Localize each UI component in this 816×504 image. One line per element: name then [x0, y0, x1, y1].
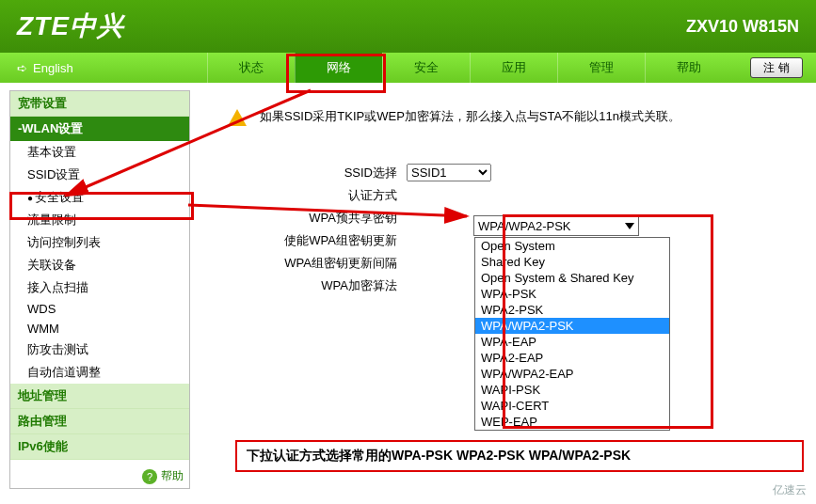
help-label: 帮助 [161, 468, 184, 484]
language-label: English [33, 61, 73, 75]
nav-row: ➪ English 状态 网络 安全 应用 管理 帮助 注 销 [0, 53, 816, 83]
cat-ipv6[interactable]: IPv6使能 [10, 434, 189, 460]
logout-button[interactable]: 注 销 [750, 57, 803, 78]
item-ssid[interactable]: SSID设置 [10, 164, 189, 186]
opt-wpaeap[interactable]: WPA-EAP [475, 334, 669, 350]
language-switch[interactable]: ➪ English [0, 53, 207, 83]
opt-wpawpa2psk[interactable]: WPA/WPA2-PSK [475, 318, 669, 334]
opt-shared[interactable]: Shared Key [475, 254, 669, 270]
question-icon: ? [142, 469, 157, 484]
item-wmm[interactable]: WMM [10, 319, 189, 339]
model-text: ZXV10 W815N [686, 17, 799, 37]
auth-select[interactable]: WPA/WPA2-PSK [473, 215, 639, 236]
warning-icon [228, 109, 247, 126]
cat-address[interactable]: 地址管理 [10, 384, 189, 409]
opt-wpapsk[interactable]: WPA-PSK [475, 286, 669, 302]
tab-app[interactable]: 应用 [470, 53, 557, 83]
opt-wpa2eap[interactable]: WPA2-EAP [475, 350, 669, 366]
label-renew: 使能WPA组密钥更新 [228, 232, 397, 249]
opt-open[interactable]: Open System [475, 238, 669, 254]
label-auth: 认证方式 [228, 187, 397, 204]
item-acl[interactable]: 访问控制列表 [10, 231, 189, 254]
tab-security[interactable]: 安全 [382, 53, 470, 83]
tab-manage[interactable]: 管理 [557, 53, 645, 83]
tab-help[interactable]: 帮助 [645, 53, 732, 83]
content: 如果SSID采用TKIP或WEP加密算法，那么接入点与STA不能以11n模式关联… [190, 90, 807, 489]
tab-network[interactable]: 网络 [295, 53, 382, 83]
chevron-down-icon [625, 223, 634, 229]
opt-wapicert[interactable]: WAPI-CERT [475, 398, 669, 414]
alert-text: 如果SSID采用TKIP或WEP加密算法，那么接入点与STA不能以11n模式关联… [260, 107, 680, 126]
auth-value: WPA/WPA2-PSK [478, 219, 570, 233]
auth-dropdown[interactable]: Open System Shared Key Open System & Sha… [474, 237, 670, 431]
header: ZTE中兴 ZXV10 W815N [0, 0, 816, 53]
item-scan[interactable]: 接入点扫描 [10, 276, 189, 299]
item-channel[interactable]: 自动信道调整 [10, 361, 189, 384]
opt-wpa2psk[interactable]: WPA2-PSK [475, 302, 669, 318]
item-assoc[interactable]: 关联设备 [10, 254, 189, 276]
sidebar: 宽带设置 -WLAN设置 基本设置 SSID设置 安全设置 流量限制 访问控制列… [9, 90, 190, 489]
item-traffic[interactable]: 流量限制 [10, 209, 189, 231]
item-security[interactable]: 安全设置 [10, 186, 189, 209]
help-link[interactable]: ? 帮助 [142, 468, 184, 484]
watermark: 亿速云 [767, 480, 812, 500]
opt-wapipsk[interactable]: WAPI-PSK [475, 382, 669, 398]
cat-route[interactable]: 路由管理 [10, 409, 189, 434]
logout-area: 注 销 [750, 53, 816, 83]
annotation-note: 下拉认证方式选择常用的WPA-PSK WPA2-PSK WPA/WPA2-PSK [235, 440, 804, 472]
logo: ZTE中兴 [17, 8, 124, 44]
cat-broadband[interactable]: 宽带设置 [10, 91, 189, 117]
item-attack[interactable]: 防攻击测试 [10, 339, 189, 361]
label-ssid: SSID选择 [228, 165, 397, 181]
alert: 如果SSID采用TKIP或WEP加密算法，那么接入点与STA不能以11n模式关联… [228, 107, 797, 126]
sub-wlan[interactable]: -WLAN设置 [10, 117, 189, 141]
opt-wepeap[interactable]: WEP-EAP [475, 414, 669, 430]
label-psk: WPA预共享密钥 [228, 210, 397, 227]
opt-openshared[interactable]: Open System & Shared Key [475, 270, 669, 286]
label-interval: WPA组密钥更新间隔 [228, 255, 397, 272]
arrow-right-icon: ➪ [17, 61, 27, 75]
opt-wpawpa2eap[interactable]: WPA/WPA2-EAP [475, 366, 669, 382]
tab-status[interactable]: 状态 [207, 53, 295, 83]
tabs: 状态 网络 安全 应用 管理 帮助 [207, 53, 750, 83]
label-algo: WPA加密算法 [228, 277, 397, 294]
item-basic[interactable]: 基本设置 [10, 141, 189, 164]
ssid-select[interactable]: SSID1 [407, 164, 491, 181]
item-wds[interactable]: WDS [10, 299, 189, 319]
